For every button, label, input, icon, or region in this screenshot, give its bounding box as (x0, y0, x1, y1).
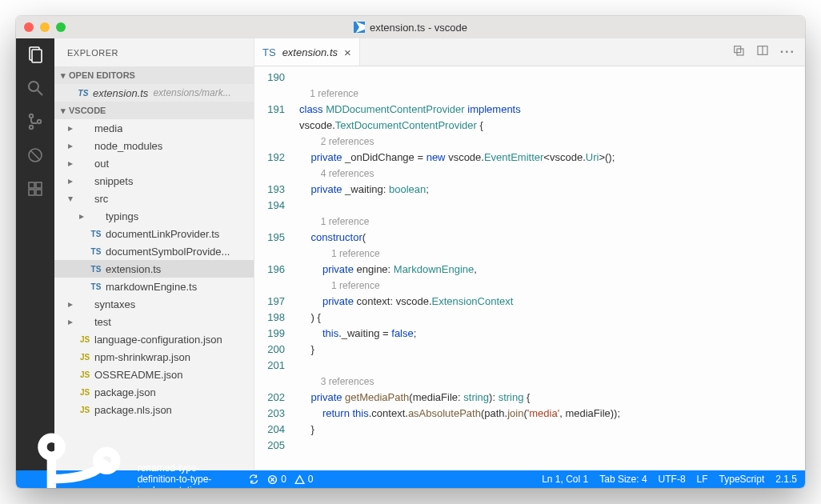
folder-row[interactable]: ▾src (54, 190, 254, 207)
file-label: documentLinkProvider.ts (106, 228, 219, 240)
svg-point-2 (29, 82, 38, 91)
chevron-down-icon: ▾ (58, 106, 69, 116)
close-window-button[interactable] (24, 22, 34, 32)
chevron-right-icon: ▸ (66, 316, 75, 327)
typescript-file-icon: TS (86, 230, 106, 238)
chevron-right-icon: ▸ (66, 140, 75, 151)
open-editor-item[interactable]: TS extension.ts extensions/mark... (54, 84, 254, 102)
vscode-icon (354, 22, 365, 33)
file-label: package.json (94, 386, 156, 398)
file-label: test (94, 316, 111, 328)
svg-point-4 (30, 114, 33, 118)
file-row[interactable]: JSOSSREADME.json (54, 366, 254, 383)
file-row[interactable]: TSmarkdownEngine.ts (54, 278, 254, 295)
file-label: documentSymbolProvide... (106, 246, 230, 258)
svg-rect-11 (36, 190, 42, 195)
titlebar: extension.ts - vscode (16, 16, 805, 38)
source-control-icon[interactable] (26, 112, 45, 131)
typescript-file-icon: TS (86, 265, 106, 274)
svg-point-5 (30, 126, 33, 129)
typescript-file-icon: TS (74, 89, 93, 98)
status-bar: renamed-type-definition-to-type-implemen… (16, 470, 805, 488)
file-label: src (94, 193, 108, 205)
section-open-editors[interactable]: ▾OPEN EDITORS (54, 66, 254, 84)
file-row[interactable]: TSdocumentSymbolProvide... (54, 242, 254, 260)
folder-row[interactable]: ▸out (54, 154, 254, 172)
search-icon[interactable] (26, 78, 45, 98)
sidebar: EXPLORER ▾OPEN EDITORS TS extension.ts e… (54, 38, 254, 470)
file-row[interactable]: TSdocumentLinkProvider.ts (54, 225, 254, 242)
svg-point-6 (38, 120, 41, 123)
tab-label: extension.ts (282, 46, 338, 58)
folder-row[interactable]: ▸test (54, 313, 254, 330)
file-label: node_modules (94, 140, 162, 152)
file-label: markdownEngine.ts (106, 281, 197, 293)
show-references-icon[interactable] (732, 44, 745, 60)
tab-extension-ts[interactable]: TS extension.ts × (254, 38, 360, 66)
folder-row[interactable]: ▸node_modules (54, 137, 254, 154)
file-label: snippets (94, 175, 133, 187)
folder-row[interactable]: ▸snippets (54, 172, 254, 190)
chevron-right-icon: ▸ (77, 210, 86, 222)
svg-rect-1 (32, 50, 42, 62)
file-row[interactable]: JSpackage.json (54, 383, 254, 401)
folder-row[interactable]: ▸syntaxes (54, 295, 254, 313)
file-label: media (94, 122, 122, 134)
chevron-right-icon: ▸ (66, 158, 75, 169)
chevron-right-icon: ▸ (66, 175, 75, 186)
tab-bar: TS extension.ts × ··· (254, 38, 805, 66)
extensions-icon[interactable] (26, 179, 45, 198)
svg-rect-9 (36, 182, 42, 188)
file-label: language-configuration.json (94, 334, 222, 346)
status-position[interactable]: Ln 1, Col 1 (542, 474, 588, 485)
json-file-icon: JS (75, 353, 94, 362)
status-branch[interactable]: renamed-type-definition-to-type-implemen… (24, 424, 240, 488)
status-version[interactable]: 2.1.5 (775, 474, 797, 485)
file-label: npm-shrinkwrap.json (94, 351, 190, 363)
minimize-window-button[interactable] (40, 22, 50, 32)
sidebar-title: EXPLORER (54, 38, 254, 66)
more-actions-icon[interactable]: ··· (780, 45, 795, 59)
status-errors[interactable]: 0 0 (267, 474, 313, 485)
chevron-down-icon: ▾ (66, 193, 75, 204)
svg-line-3 (38, 90, 42, 95)
status-language[interactable]: TypeScript (719, 474, 765, 485)
file-label: typings (106, 210, 138, 222)
section-workspace[interactable]: ▾VSCODE (54, 102, 254, 119)
debug-icon[interactable] (26, 146, 45, 165)
svg-rect-8 (29, 182, 34, 188)
json-file-icon: JS (75, 388, 94, 397)
file-row[interactable]: TSextension.ts (54, 260, 254, 278)
file-label: OSSREADME.json (94, 369, 183, 381)
file-row[interactable]: JSpackage.nls.json (54, 401, 254, 418)
activity-bar (16, 38, 54, 470)
split-editor-icon[interactable] (756, 44, 769, 60)
json-file-icon: JS (75, 370, 94, 379)
chevron-down-icon: ▾ (58, 70, 69, 81)
file-label: package.nls.json (94, 404, 172, 416)
folder-row[interactable]: ▸media (54, 119, 254, 137)
chevron-right-icon: ▸ (66, 298, 75, 310)
svg-rect-12 (734, 46, 740, 53)
editor-area: TS extension.ts × ··· 190 1 reference191… (254, 38, 805, 470)
json-file-icon: JS (75, 335, 94, 344)
explorer-icon[interactable] (26, 45, 45, 64)
status-eol[interactable]: LF (697, 474, 708, 485)
folder-row[interactable]: ▸typings (54, 207, 254, 225)
file-label: syntaxes (94, 298, 135, 310)
typescript-file-icon: TS (86, 247, 106, 256)
svg-rect-10 (29, 190, 34, 195)
code-editor[interactable]: 190 1 reference191class MDDocumentConten… (254, 66, 805, 470)
window-title: extension.ts - vscode (370, 22, 467, 34)
file-row[interactable]: JSnpm-shrinkwrap.json (54, 348, 254, 366)
zoom-window-button[interactable] (56, 22, 66, 32)
file-label: extension.ts (106, 263, 161, 275)
chevron-right-icon: ▸ (66, 122, 75, 134)
file-row[interactable]: JSlanguage-configuration.json (54, 330, 254, 348)
svg-rect-13 (737, 49, 743, 55)
status-encoding[interactable]: UTF-8 (659, 474, 686, 485)
typescript-file-icon: TS (262, 46, 276, 58)
status-sync[interactable] (248, 474, 259, 485)
status-tab-size[interactable]: Tab Size: 4 (599, 474, 647, 485)
close-tab-icon[interactable]: × (344, 46, 351, 59)
